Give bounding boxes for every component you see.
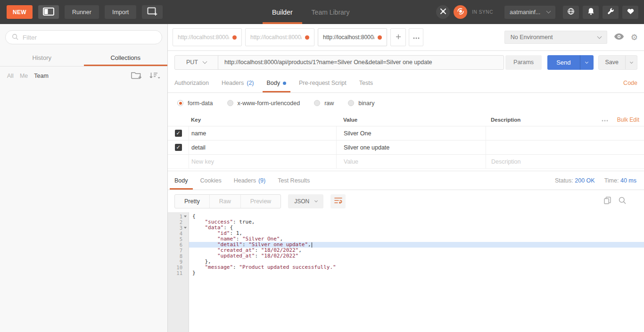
row-checkbox-checked[interactable]: ✓ (175, 144, 182, 151)
save-button[interactable]: Save (598, 55, 638, 70)
table-row: ✓ name Silver One (168, 126, 644, 141)
line-number: 6 (168, 242, 189, 248)
chevron-down-icon (546, 9, 551, 14)
notifications-button[interactable] (583, 6, 599, 19)
status-label: Status: (555, 177, 573, 184)
tab-tests[interactable]: Tests (359, 74, 373, 92)
tab-history[interactable]: History (0, 49, 84, 66)
response-tab-cookies[interactable]: Cookies (200, 171, 222, 190)
tab-authorization[interactable]: Authorization (174, 74, 209, 92)
tab-body[interactable]: Body (267, 74, 287, 92)
scope-team[interactable]: Team (34, 73, 49, 79)
response-language-select[interactable]: JSON (288, 194, 323, 208)
response-body-editor[interactable]: 1234567891011 { "success": true, "data":… (168, 212, 644, 332)
line-number[interactable]: 3 (168, 225, 189, 231)
params-button[interactable]: Params (505, 55, 542, 70)
new-tab-button[interactable] (390, 28, 406, 46)
response-tab-test-results[interactable]: Test Results (278, 171, 310, 190)
tab-team-library[interactable]: Team Library (302, 0, 359, 24)
status-badge[interactable]: 200 OK (575, 177, 594, 184)
settings-button[interactable] (603, 6, 619, 19)
key-cell[interactable]: detail (189, 141, 336, 154)
wrap-text-button[interactable] (330, 194, 346, 208)
code-line[interactable]: "data": { (189, 225, 644, 231)
headers-count-badge: (2) (247, 80, 254, 86)
header-right-actions: IN SYNC aatmaninf... (436, 0, 638, 24)
response-tab-body[interactable]: Body (174, 171, 188, 190)
sidebar-toggle-button[interactable] (38, 5, 59, 19)
favorites-button[interactable] (622, 6, 638, 19)
sidebar: History Collections All Me Team (0, 24, 168, 332)
import-button[interactable]: Import (105, 5, 136, 19)
unsaved-dot-icon (305, 35, 309, 40)
community-button[interactable] (563, 6, 579, 19)
key-cell[interactable]: name (189, 126, 336, 140)
method-select[interactable]: PUT (175, 56, 218, 69)
view-pretty[interactable]: Pretty (175, 195, 210, 208)
mode-form-data[interactable]: form-data (177, 100, 213, 107)
interceptor-button[interactable] (436, 5, 450, 19)
code-line[interactable]: "success": true, (189, 219, 644, 225)
request-tab-3-active[interactable]: http://localhost:8000/ (318, 28, 387, 46)
generate-code-link[interactable]: Code (623, 80, 637, 86)
table-options-button[interactable] (602, 117, 608, 123)
line-number[interactable]: 1 (168, 214, 189, 219)
send-button[interactable]: Send (547, 55, 593, 70)
filter-input[interactable] (23, 34, 156, 41)
new-description-input[interactable]: Description (486, 155, 644, 168)
account-menu[interactable]: aatmaninf... (504, 6, 555, 19)
code-line[interactable]: } (189, 270, 644, 276)
new-value-input[interactable]: Value (336, 155, 486, 168)
new-window-button[interactable] (142, 5, 163, 19)
bulk-edit-link[interactable]: Bulk Edit (617, 116, 639, 123)
code-gutter: 1234567891011 (168, 212, 189, 332)
environment-settings-button[interactable]: ⚙ (631, 33, 638, 42)
code-line[interactable]: { (189, 214, 644, 219)
mode-raw[interactable]: raw (314, 100, 334, 107)
tab-headers[interactable]: Headers (2) (222, 74, 254, 92)
sort-button[interactable] (149, 72, 160, 80)
sync-button[interactable] (454, 5, 467, 19)
code-lines[interactable]: { "success": true, "data": { "id": 1, "n… (189, 212, 644, 332)
new-folder-button[interactable] (131, 71, 142, 81)
save-options-button[interactable] (625, 56, 637, 69)
new-button[interactable]: NEW (7, 5, 33, 19)
line-number: 9 (168, 259, 189, 265)
environment-quicklook-button[interactable] (614, 33, 624, 41)
response-tab-headers[interactable]: Headers (9) (234, 171, 266, 190)
code-line[interactable]: "message": "Product updated successfully… (189, 265, 644, 270)
row-checkbox-checked[interactable]: ✓ (175, 130, 182, 137)
tab-options-button[interactable] (409, 28, 423, 46)
request-tab-2[interactable]: http://localhost:8000/ (245, 28, 314, 46)
tab-pre-request-script[interactable]: Pre-request Script (299, 74, 347, 92)
sync-status: IN SYNC (472, 9, 493, 15)
mode-binary[interactable]: binary (348, 100, 374, 107)
scope-all[interactable]: All (7, 73, 14, 79)
search-response-button[interactable] (619, 197, 626, 206)
col-header-description: Description (486, 117, 602, 123)
table-new-row: New key Value Description (168, 155, 644, 169)
value-cell[interactable]: Silver one update (336, 141, 486, 154)
description-cell[interactable] (486, 126, 644, 140)
view-preview[interactable]: Preview (241, 195, 281, 208)
description-cell[interactable] (486, 141, 644, 154)
time-badge[interactable]: 40 ms (620, 177, 636, 184)
environment-select[interactable]: No Environment (504, 31, 607, 44)
tab-builder[interactable]: Builder (263, 0, 302, 24)
mode-x-www-form-urlencoded[interactable]: x-www-form-urlencoded (227, 100, 300, 107)
new-key-input[interactable]: New key (189, 155, 336, 168)
url-input[interactable]: http://localhost:8000/api/products/1?nam… (218, 59, 432, 66)
line-number: 10 (168, 265, 189, 270)
tab-collections[interactable]: Collections (84, 49, 168, 66)
value-cell[interactable]: Silver One (336, 126, 486, 140)
main-nav-tabs: Builder Team Library (263, 0, 359, 24)
view-raw[interactable]: Raw (210, 195, 241, 208)
fold-arrow-icon[interactable] (184, 227, 187, 229)
scope-me[interactable]: Me (20, 73, 28, 79)
code-line[interactable]: "updated_at": "18/02/2022" (189, 253, 644, 259)
send-options-button[interactable] (580, 55, 594, 70)
fold-arrow-icon[interactable] (184, 216, 187, 217)
copy-response-button[interactable] (604, 197, 611, 206)
request-tab-1[interactable]: http://localhost:8000/ (173, 28, 242, 46)
runner-button[interactable]: Runner (65, 5, 99, 19)
